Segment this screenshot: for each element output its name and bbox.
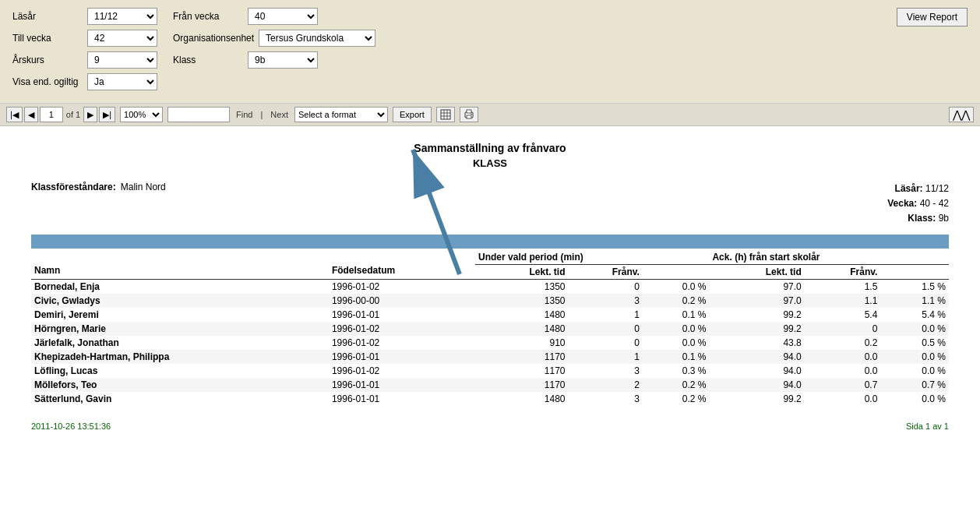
cell-fodelse: 1996-01-01: [329, 392, 475, 406]
filter-panel: Läsår 11/12 Från vecka 40 Till vecka 42 …: [0, 0, 980, 104]
cell-lekt-tid2: 99.2: [709, 308, 804, 322]
cell-lekt-tid2: 43.8: [709, 336, 804, 350]
report-footer: 2011-10-26 13:51:36 Sida 1 av 1: [31, 422, 949, 431]
cell-lekt-tid1: 1480: [475, 392, 568, 406]
cell-franv1: 0: [568, 322, 642, 336]
print-icon-button[interactable]: [460, 107, 478, 122]
cell-lekt-tid1: 1350: [475, 279, 568, 294]
page-of: of 1: [65, 110, 82, 119]
col-franv1: Frånv.: [568, 264, 642, 279]
klassforest-value: Malin Nord: [121, 182, 166, 192]
fran-vecka-group: Från vecka 40: [173, 8, 318, 25]
cell-lekt-tid2: 99.2: [709, 322, 804, 336]
cell-franv1: 3: [568, 294, 642, 308]
cell-pct1: 0.2 %: [643, 294, 710, 308]
cell-namn: Khepizadeh-Hartman, Philippa: [31, 350, 329, 364]
cell-lekt-tid1: 1170: [475, 364, 568, 378]
klass-group: Klass 9b: [173, 51, 318, 69]
cell-lekt-tid2: 94.0: [709, 378, 804, 392]
meta-lasar-value: 11/12: [925, 183, 949, 194]
cell-pct2: 0.0 %: [880, 364, 949, 378]
class-info: Klassföreståndare: Malin Nord: [31, 182, 166, 192]
till-vecka-label: Till vecka: [12, 33, 83, 44]
visa-select[interactable]: Ja: [87, 73, 157, 90]
klassforest-label: Klassföreståndare:: [31, 182, 116, 192]
arskurs-group: Årskurs 9: [12, 51, 157, 69]
table-row: Khepizadeh-Hartman, Philippa 1996-01-01 …: [31, 350, 949, 364]
cell-pct2: 0.7 %: [880, 378, 949, 392]
svg-rect-6: [467, 110, 471, 113]
meta-klass-label: Klass:: [908, 213, 936, 224]
meta-klass-value: 9b: [939, 213, 949, 224]
zoom-select[interactable]: 100%: [120, 107, 163, 122]
cell-franv1: 3: [568, 364, 642, 378]
col-franv2: Frånv.: [805, 264, 881, 279]
cell-namn: Möllefors, Teo: [31, 378, 329, 392]
next-find-button[interactable]: Next: [269, 110, 290, 119]
org-select[interactable]: Tersus Grundskola: [259, 30, 375, 47]
prev-page-button[interactable]: ◀: [24, 107, 38, 122]
cell-namn: Sätterlund, Gavin: [31, 392, 329, 406]
cell-franv1: 0: [568, 279, 642, 294]
format-select[interactable]: Select a format PDF Excel Word: [294, 107, 388, 122]
cell-lekt-tid2: 99.2: [709, 392, 804, 406]
cell-fodelse: 1996-01-02: [329, 336, 475, 350]
meta-lasar-label: Läsår:: [895, 183, 923, 194]
cell-pct1: 0.0 %: [643, 336, 710, 350]
cell-franv2: 0.0: [805, 392, 881, 406]
meta-vecka-label: Vecka:: [887, 198, 917, 209]
fran-vecka-select[interactable]: 40: [248, 8, 318, 25]
footer-page: Sida 1 av 1: [906, 422, 949, 431]
pagination-nav: |◀ ◀ 1 of 1 ▶ ▶|: [6, 107, 115, 122]
cell-namn: Hörngren, Marie: [31, 322, 329, 336]
cell-fodelse: 1996-01-02: [329, 364, 475, 378]
lasar-select[interactable]: 11/12: [87, 8, 157, 25]
arskurs-label: Årskurs: [12, 55, 83, 65]
cell-franv1: 0: [568, 336, 642, 350]
cell-pct2: 1.5 %: [880, 279, 949, 294]
cell-namn: Järlefalk, Jonathan: [31, 336, 329, 350]
report-table: Namn Födelsedatum Under vald period (min…: [31, 250, 949, 406]
lasar-group: Läsår 11/12: [12, 8, 157, 25]
cell-franv2: 0.7: [805, 378, 881, 392]
cell-franv1: 3: [568, 392, 642, 406]
footer-timestamp: 2011-10-26 13:51:36: [31, 422, 111, 431]
find-input[interactable]: [167, 107, 230, 122]
cell-namn: Civic, Gwladys: [31, 294, 329, 308]
col-pct2: [880, 264, 949, 279]
klass-select[interactable]: 9b: [248, 51, 318, 69]
cell-pct1: 0.0 %: [643, 279, 710, 294]
export-button[interactable]: Export: [393, 107, 432, 122]
cell-franv2: 0.0: [805, 364, 881, 378]
cell-franv2: 5.4: [805, 308, 881, 322]
cell-lekt-tid1: 1480: [475, 308, 568, 322]
spreadsheet-icon-button[interactable]: [436, 107, 455, 122]
cell-franv2: 0.0: [805, 350, 881, 364]
report-toolbar: |◀ ◀ 1 of 1 ▶ ▶| 100% Find | Next Select…: [0, 104, 980, 126]
cell-pct1: 0.1 %: [643, 308, 710, 322]
col-pct1: [643, 264, 710, 279]
table-row: Bornedal, Enja 1996-01-02 1350 0 0.0 % 9…: [31, 279, 949, 294]
find-separator: |: [259, 110, 264, 119]
cell-pct2: 1.1 %: [880, 294, 949, 308]
col-lekt-tid1: Lekt. tid: [475, 264, 568, 279]
collapse-button[interactable]: ⋀⋀: [949, 107, 974, 122]
cell-fodelse: 1996-01-01: [329, 378, 475, 392]
org-label: Organisationsenhet: [173, 33, 254, 44]
view-report-button[interactable]: View Report: [897, 8, 968, 26]
cell-lekt-tid2: 94.0: [709, 364, 804, 378]
find-button[interactable]: Find: [234, 110, 254, 119]
next-page-button[interactable]: ▶: [83, 107, 97, 122]
col-lekt-tid2: Lekt. tid: [709, 264, 804, 279]
cell-lekt-tid1: 910: [475, 336, 568, 350]
svg-rect-0: [441, 110, 450, 119]
cell-lekt-tid1: 1350: [475, 294, 568, 308]
page-input[interactable]: 1: [40, 107, 63, 122]
arskurs-select[interactable]: 9: [87, 51, 157, 69]
cell-pct1: 0.3 %: [643, 364, 710, 378]
first-page-button[interactable]: |◀: [6, 107, 23, 122]
till-vecka-select[interactable]: 42: [87, 30, 157, 47]
lasar-label: Läsår: [12, 11, 83, 22]
table-row: Hörngren, Marie 1996-01-02 1480 0 0.0 % …: [31, 322, 949, 336]
last-page-button[interactable]: ▶|: [99, 107, 115, 122]
